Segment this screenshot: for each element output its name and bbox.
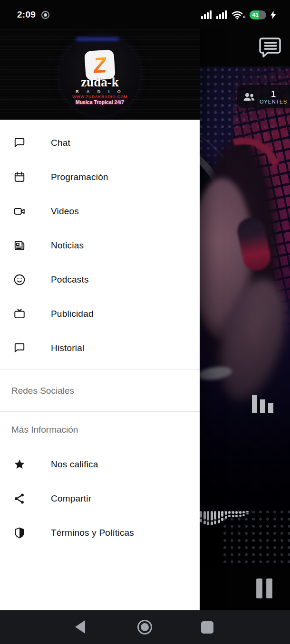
- drawer-menu: Chat Programación Videos Noticias Podcas…: [0, 120, 200, 365]
- menu-item-programacion[interactable]: Programación: [0, 160, 200, 194]
- charging-bolt-icon: [271, 11, 276, 19]
- battery-percent: 41: [250, 10, 261, 19]
- recents-icon[interactable]: [201, 621, 213, 634]
- pause-button[interactable]: [253, 578, 276, 599]
- menu-label: Términos y Políticas: [51, 528, 134, 538]
- shield-icon: [13, 527, 26, 539]
- chat-bubble-icon: [258, 36, 282, 59]
- system-nav-bar: [0, 610, 290, 644]
- star-icon: [13, 458, 26, 471]
- smiley-icon: [13, 274, 26, 286]
- battery-icon: 41: [250, 10, 266, 19]
- menu-label: Chat: [51, 138, 70, 148]
- menu-item-terminos[interactable]: Términos y Políticas: [0, 516, 200, 550]
- newspaper-icon: [13, 239, 26, 252]
- equalizer-icon: [252, 394, 283, 413]
- clock: 2:09: [17, 9, 36, 20]
- menu-label: Publicidad: [51, 309, 94, 319]
- logo-url: WWW.ZUDAKRADIO.COM: [0, 95, 200, 99]
- player-bar: [200, 568, 290, 610]
- logo-name: zuda-k: [0, 75, 200, 90]
- equalizer-bar: [268, 403, 273, 413]
- menu-item-noticias[interactable]: Noticias: [0, 228, 200, 263]
- menu-label: Nos califica: [51, 459, 98, 470]
- back-icon[interactable]: [75, 620, 85, 634]
- logo-type: R A D I O: [0, 89, 200, 94]
- home-icon[interactable]: [137, 620, 152, 635]
- dark-overlay: [200, 66, 290, 568]
- listeners-icon: [242, 91, 256, 103]
- station-background-photo: [200, 66, 290, 568]
- section-label: Más Información: [11, 425, 78, 435]
- section-mas-informacion: Más Información: [0, 411, 200, 447]
- signal-icon: [216, 10, 227, 19]
- menu-label: Compartir: [51, 493, 91, 504]
- menu-label: Videos: [51, 206, 79, 217]
- menu-item-videos[interactable]: Videos: [0, 194, 200, 228]
- chat-bubble-icon: [13, 342, 26, 354]
- status-bar: 2:09 6 41: [0, 0, 290, 29]
- listeners-badge: 1 OYENTES: [237, 85, 290, 108]
- listeners-label: OYENTES: [260, 99, 287, 104]
- chat-bubble-icon: [13, 137, 26, 149]
- logo-letter: Z: [92, 54, 107, 76]
- calendar-icon: [13, 171, 26, 183]
- menu-item-podcasts[interactable]: Podcasts: [0, 263, 200, 297]
- logo-tagline: Musica Tropical 24/7: [0, 99, 200, 105]
- menu-label: Programación: [51, 172, 108, 182]
- menu-item-nos-califica[interactable]: Nos califica: [0, 447, 200, 482]
- tv-icon: [13, 308, 26, 320]
- wifi-icon: [232, 10, 243, 19]
- menu-item-publicidad[interactable]: Publicidad: [0, 297, 200, 331]
- section-label: Redes Sociales: [11, 386, 74, 396]
- menu-item-historial[interactable]: Historial: [0, 331, 200, 365]
- menu-item-chat[interactable]: Chat: [0, 126, 200, 160]
- section-redes-sociales: Redes Sociales: [0, 369, 200, 411]
- pause-icon: [266, 578, 272, 598]
- navigation-drawer: Z zuda-k R A D I O WWW.ZUDAKRADIO.COM Mu…: [0, 29, 200, 610]
- home-icon-dot: [141, 623, 149, 631]
- menu-label: Podcasts: [51, 275, 89, 285]
- listeners-count: 1: [271, 89, 276, 98]
- menu-item-compartir[interactable]: Compartir: [0, 482, 200, 516]
- menu-label: Historial: [51, 343, 84, 353]
- share-icon: [13, 492, 26, 505]
- equalizer-bar: [260, 399, 265, 413]
- waveform: [200, 511, 249, 525]
- wifi-gen-label: 6: [243, 15, 245, 19]
- signal-icon: [201, 10, 212, 19]
- logo-glint: [76, 38, 119, 40]
- pause-icon: [256, 578, 262, 598]
- menu-label: Noticias: [51, 240, 84, 251]
- drawer-header: Z zuda-k R A D I O WWW.ZUDAKRADIO.COM Mu…: [0, 29, 200, 120]
- background-panel: 1 OYENTES: [200, 29, 290, 610]
- video-camera-icon: [13, 205, 26, 218]
- chat-button[interactable]: [257, 35, 283, 60]
- equalizer-bar: [252, 395, 257, 413]
- chrome-icon: [41, 11, 49, 19]
- drawer-info-menu: Nos califica Compartir Términos y Políti…: [0, 447, 200, 550]
